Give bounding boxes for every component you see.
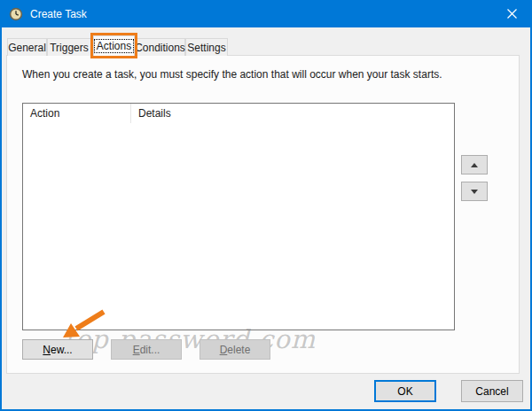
ok-button[interactable]: OK: [374, 380, 436, 402]
edit-button[interactable]: Edit...: [111, 339, 182, 360]
new-button-accesskey: N: [43, 344, 51, 356]
column-header-details[interactable]: Details: [131, 104, 454, 123]
window-title: Create Task: [30, 8, 87, 20]
delete-button[interactable]: Delete: [200, 339, 270, 360]
move-down-button[interactable]: [461, 182, 488, 201]
close-button[interactable]: [492, 0, 532, 27]
cancel-button[interactable]: Cancel: [461, 380, 523, 402]
delete-button-label: elete: [227, 344, 250, 356]
instruction-text: When you create a task, you must specify…: [22, 68, 442, 81]
new-button-label: ew...: [51, 344, 73, 356]
listview-header: Action Details: [23, 104, 454, 123]
column-header-action[interactable]: Action: [23, 104, 131, 123]
close-icon: [507, 9, 517, 19]
tab-triggers[interactable]: Triggers: [47, 38, 91, 56]
triangle-up-icon: [471, 163, 478, 167]
tab-actions-label: Actions: [94, 39, 134, 53]
delete-button-accesskey: D: [220, 344, 228, 356]
column-header-details-label: Details: [138, 107, 171, 120]
column-header-action-label: Action: [30, 107, 59, 120]
triangle-down-icon: [471, 190, 478, 194]
edit-button-label: dit...: [140, 344, 160, 356]
new-button[interactable]: New...: [22, 339, 93, 360]
tab-actions[interactable]: Actions: [93, 35, 135, 56]
task-scheduler-clock-icon: [9, 7, 23, 21]
listview-body-empty[interactable]: [23, 123, 454, 330]
cancel-button-label: Cancel: [475, 385, 508, 398]
tab-general[interactable]: General: [7, 38, 47, 56]
tab-settings-label: Settings: [187, 42, 225, 54]
title-bar[interactable]: Create Task: [0, 0, 532, 27]
tab-triggers-label: Triggers: [50, 42, 89, 54]
tab-settings[interactable]: Settings: [185, 38, 228, 56]
tab-general-label: General: [8, 42, 46, 54]
ok-button-label: OK: [397, 385, 412, 398]
create-task-dialog: Create Task General Triggers Actions Con…: [0, 0, 532, 411]
tab-conditions[interactable]: Conditions: [135, 38, 185, 56]
edit-button-accesskey: E: [133, 344, 140, 356]
actions-listview[interactable]: Action Details: [22, 103, 455, 330]
tab-conditions-label: Conditions: [135, 42, 185, 54]
move-up-button[interactable]: [461, 155, 488, 174]
